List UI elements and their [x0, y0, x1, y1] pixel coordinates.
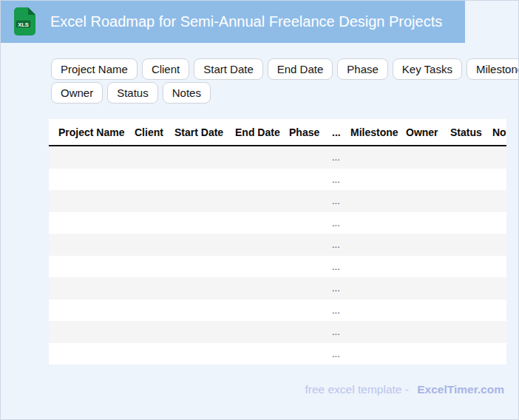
- table-cell-placeholder: ...: [327, 256, 345, 278]
- column-header-start-date: Start Date: [169, 119, 230, 146]
- table-row: ...: [49, 190, 506, 212]
- table-cell-empty: [169, 234, 230, 256]
- table-cell-empty: [487, 212, 506, 234]
- table-cell-empty: [401, 234, 445, 256]
- chip-milestone[interactable]: Milestone: [467, 58, 519, 80]
- table-cell-empty: [129, 299, 169, 322]
- table-cell-empty: [345, 190, 401, 212]
- chip-notes[interactable]: Notes: [163, 82, 211, 104]
- table-cell-empty: [487, 343, 506, 365]
- table-row: ...: [49, 343, 506, 365]
- table-cell-empty: [49, 321, 129, 343]
- table-cell-empty: [230, 256, 284, 278]
- table-cell-empty: [169, 169, 230, 191]
- column-header-phase: Phase: [284, 119, 327, 146]
- table-cell-empty: [230, 343, 284, 365]
- table-cell-empty: [49, 299, 129, 322]
- table-row: ...: [49, 212, 506, 234]
- table-cell-empty: [230, 234, 284, 256]
- table-cell-empty: [284, 190, 327, 212]
- table-cell-empty: [401, 277, 445, 299]
- table-cell-placeholder: ...: [327, 146, 345, 169]
- table-cell-empty: [345, 277, 401, 299]
- table-cell-empty: [230, 146, 284, 169]
- table-cell-empty: [129, 212, 169, 234]
- table-cell-empty: [445, 234, 487, 256]
- exceltimer-link[interactable]: ExcelTimer.com: [417, 383, 504, 396]
- chip-end-date[interactable]: End Date: [268, 58, 333, 80]
- table-row: ...: [49, 169, 506, 191]
- table-cell-empty: [129, 256, 169, 278]
- table-cell-empty: [284, 321, 327, 343]
- table-cell-placeholder: ...: [327, 212, 345, 234]
- table-cell-empty: [284, 169, 327, 191]
- roadmap-table-container: Project NameClientStart DateEnd DatePhas…: [49, 119, 506, 365]
- table-row: ...: [49, 234, 506, 256]
- table-cell-empty: [345, 169, 401, 191]
- table-cell-empty: [487, 190, 506, 212]
- chip-row-1: Project NameClientStart DateEnd DatePhas…: [51, 58, 519, 80]
- table-cell-empty: [129, 343, 169, 365]
- table-cell-empty: [129, 234, 169, 256]
- table-cell-empty: [445, 299, 487, 322]
- chip-row-2: OwnerStatusNotes: [51, 82, 519, 104]
- chip-key-tasks[interactable]: Key Tasks: [393, 58, 462, 80]
- table-cell-placeholder: ...: [327, 277, 345, 299]
- footer: free excel template - ExcelTimer.com: [305, 383, 504, 396]
- table-cell-empty: [49, 169, 129, 191]
- xls-icon-label: XLS: [18, 21, 29, 28]
- table-cell-placeholder: ...: [327, 321, 345, 343]
- column-header-owner: Owner: [401, 119, 445, 146]
- table-cell-empty: [487, 146, 506, 169]
- table-cell-empty: [345, 146, 401, 169]
- table-row: ...: [49, 277, 506, 299]
- table-cell-empty: [49, 234, 129, 256]
- table-cell-empty: [284, 212, 327, 234]
- table-cell-empty: [401, 169, 445, 191]
- table-cell-empty: [129, 277, 169, 299]
- table-cell-empty: [230, 190, 284, 212]
- table-cell-empty: [445, 212, 487, 234]
- column-header-end-date: End Date: [230, 119, 284, 146]
- chip-owner[interactable]: Owner: [51, 82, 103, 104]
- table-cell-empty: [169, 190, 230, 212]
- field-chip-list: Project NameClientStart DateEnd DatePhas…: [51, 58, 519, 106]
- table-row: ...: [49, 321, 506, 343]
- table-cell-empty: [401, 321, 445, 343]
- table-cell-empty: [230, 321, 284, 343]
- table-cell-empty: [49, 256, 129, 278]
- table-cell-placeholder: ...: [327, 299, 345, 322]
- table-cell-empty: [445, 169, 487, 191]
- table-cell-empty: [401, 299, 445, 322]
- table-cell-empty: [230, 299, 284, 322]
- table-cell-empty: [345, 234, 401, 256]
- chip-status[interactable]: Status: [107, 82, 158, 104]
- column-header-client: Client: [129, 119, 169, 146]
- table-row: ...: [49, 146, 506, 169]
- table-cell-empty: [169, 146, 230, 169]
- table-cell-empty: [49, 277, 129, 299]
- table-cell-empty: [345, 212, 401, 234]
- table-cell-placeholder: ...: [327, 343, 345, 365]
- table-cell-empty: [401, 343, 445, 365]
- chip-project-name[interactable]: Project Name: [51, 58, 138, 80]
- footer-text: free excel template -: [305, 383, 408, 396]
- table-cell-empty: [284, 299, 327, 322]
- table-cell-empty: [129, 190, 169, 212]
- table-cell-empty: [401, 190, 445, 212]
- table-header-row: Project NameClientStart DateEnd DatePhas…: [49, 119, 506, 146]
- table-cell-empty: [169, 212, 230, 234]
- table-cell-empty: [445, 146, 487, 169]
- table-cell-empty: [487, 321, 506, 343]
- chip-start-date[interactable]: Start Date: [194, 58, 263, 80]
- table-row: ...: [49, 256, 506, 278]
- chip-client[interactable]: Client: [142, 58, 189, 80]
- roadmap-table: Project NameClientStart DateEnd DatePhas…: [49, 119, 506, 365]
- column-header-status: Status: [445, 119, 487, 146]
- chip-phase[interactable]: Phase: [337, 58, 388, 80]
- table-cell-empty: [169, 321, 230, 343]
- table-cell-empty: [445, 190, 487, 212]
- table-cell-placeholder: ...: [327, 190, 345, 212]
- table-cell-empty: [169, 256, 230, 278]
- table-cell-empty: [169, 343, 230, 365]
